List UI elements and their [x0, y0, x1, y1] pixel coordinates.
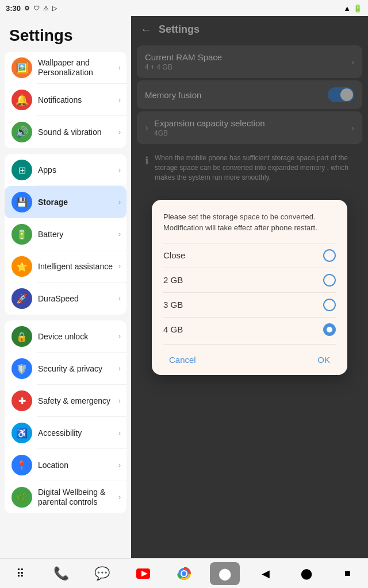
sidebar-item-label: Wallpaper and Personalization — [38, 58, 116, 78]
dialog-option-label: 2 GB — [163, 275, 183, 285]
storage-icon: 💾 — [12, 192, 32, 212]
security-icon: 🛡️ — [12, 358, 32, 379]
shield-icon: 🛡 — [33, 5, 40, 11]
nav-chrome[interactable] — [169, 562, 199, 585]
chevron-right-icon: › — [118, 397, 121, 405]
apps-icon: ⊞ — [12, 160, 32, 180]
nav-phone[interactable]: 📞 — [47, 562, 76, 585]
sidebar-item-label: Location — [38, 461, 116, 470]
dialog: Please set the storage space to be conve… — [152, 200, 347, 375]
sidebar-item-accessibility[interactable]: ♿ Accessibility › — [5, 417, 126, 449]
sidebar-item-location[interactable]: 📍 Location › — [5, 449, 126, 481]
chevron-right-icon: › — [118, 166, 121, 174]
chevron-right-icon: › — [118, 128, 121, 136]
sidebar-group-3: 🔒 Device unlock › 🛡️ Security & privacy … — [5, 320, 126, 513]
chevron-right-icon: › — [118, 198, 121, 206]
dialog-actions: Cancel OK — [163, 344, 336, 375]
sidebar-item-digitalwellbeing[interactable]: 🌿 Digital Wellbeing & parental controls … — [5, 481, 126, 513]
sidebar-item-label: Security & privacy — [38, 364, 116, 374]
chevron-right-icon: › — [118, 461, 121, 469]
sidebar-item-notifications[interactable]: 🔔 Notifications › — [5, 84, 126, 116]
sidebar-item-storage[interactable]: 💾 Storage › — [5, 186, 126, 218]
sidebar-item-label: Accessibility — [38, 428, 116, 438]
main-panel: ← Settings Current RAM Space 4 + 4 GB › … — [131, 16, 368, 558]
chevron-right-icon: › — [118, 230, 121, 238]
battery-icon: 🔋 — [353, 4, 362, 13]
chevron-right-icon: › — [118, 262, 121, 270]
nav-grid[interactable]: ⠿ — [6, 562, 36, 585]
radio-3gb[interactable] — [323, 299, 336, 311]
chevron-right-icon: › — [118, 332, 121, 341]
nav-message[interactable]: 💬 — [87, 562, 117, 585]
sidebar-item-label: DuraSpeed — [38, 294, 116, 304]
dialog-option-label: Close — [163, 250, 185, 260]
sidebar-item-label: Digital Wellbeing & parental controls — [38, 488, 116, 507]
sidebar-item-duraspeed[interactable]: 🚀 DuraSpeed › — [5, 283, 126, 315]
dialog-overlay: Please set the storage space to be conve… — [131, 16, 368, 558]
sidebar-item-label: Storage — [38, 198, 116, 207]
nav-camera[interactable]: ⬤ — [210, 562, 240, 585]
chevron-right-icon: › — [118, 295, 121, 303]
dialog-message: Please set the storage space to be conve… — [163, 211, 336, 234]
battery-menu-icon: 🔋 — [12, 224, 32, 245]
deviceunlock-icon: 🔒 — [12, 326, 32, 347]
play-icon: ▷ — [52, 5, 57, 12]
radio-2gb[interactable] — [323, 274, 336, 287]
sidebar: Settings 🖼️ Wallpaper and Personalizatio… — [0, 16, 131, 558]
sidebar-item-label: Apps — [38, 165, 116, 175]
chevron-right-icon: › — [118, 64, 121, 72]
radio-close[interactable] — [323, 249, 336, 262]
notifications-icon: 🔔 — [12, 90, 32, 110]
svg-point-4 — [182, 571, 186, 576]
dialog-option-2gb[interactable]: 2 GB — [163, 268, 336, 292]
sidebar-item-security[interactable]: 🛡️ Security & privacy › — [5, 353, 126, 385]
digitalwellbeing-icon: 🌿 — [12, 487, 32, 508]
duraspeed-icon: 🚀 — [12, 288, 32, 309]
sidebar-item-safety[interactable]: ✚ Safety & emergency › — [5, 385, 126, 417]
sidebar-item-apps[interactable]: ⊞ Apps › — [5, 154, 126, 186]
sidebar-item-label: Sound & vibration — [38, 127, 116, 137]
nav-youtube[interactable] — [128, 562, 158, 585]
dialog-option-close[interactable]: Close — [163, 243, 336, 268]
chevron-right-icon: › — [118, 493, 121, 501]
alert-icon: ⚠ — [43, 5, 49, 12]
sidebar-item-deviceunlock[interactable]: 🔒 Device unlock › — [5, 320, 126, 353]
safety-icon: ✚ — [12, 390, 32, 411]
sidebar-item-label: Device unlock — [38, 332, 116, 342]
sidebar-item-label: Battery — [38, 230, 116, 239]
wifi-icon: ▲ — [343, 4, 351, 13]
nav-recents[interactable]: ■ — [332, 562, 362, 585]
wallpaper-icon: 🖼️ — [12, 57, 32, 78]
sidebar-item-sound[interactable]: 🔊 Sound & vibration › — [5, 116, 126, 148]
status-time: 3:30 — [6, 4, 21, 13]
bottom-nav: ⠿ 📞 💬 ⬤ ◀ ⬤ ■ — [0, 558, 368, 588]
dialog-option-4gb[interactable]: 4 GB — [163, 317, 336, 342]
sidebar-item-intelligent[interactable]: ⭐ Intelligent assistance › — [5, 250, 126, 283]
sound-icon: 🔊 — [12, 122, 32, 142]
location-icon: 📍 — [12, 455, 32, 475]
sidebar-group-2: ⊞ Apps › 💾 Storage › 🔋 Battery › ⭐ Intel… — [5, 154, 126, 315]
chevron-right-icon: › — [118, 429, 121, 437]
chevron-right-icon: › — [118, 96, 121, 104]
gear-icon: ⚙ — [24, 5, 30, 12]
accessibility-icon: ♿ — [12, 423, 32, 443]
sidebar-item-label: Intelligent assistance — [38, 262, 116, 272]
cancel-button[interactable]: Cancel — [163, 353, 202, 367]
sidebar-item-battery[interactable]: 🔋 Battery › — [5, 218, 126, 250]
sidebar-item-label: Safety & emergency — [38, 396, 116, 406]
sidebar-group-1: 🖼️ Wallpaper and Personalization › 🔔 Not… — [5, 52, 126, 148]
ok-button[interactable]: OK — [312, 353, 336, 367]
sidebar-title: Settings — [0, 16, 131, 52]
status-bar: 3:30 ⚙ 🛡 ⚠ ▷ ▲ 🔋 — [0, 0, 368, 16]
sidebar-item-wallpaper[interactable]: 🖼️ Wallpaper and Personalization › — [5, 52, 126, 84]
sidebar-item-label: Notifications — [38, 95, 116, 105]
dialog-option-3gb[interactable]: 3 GB — [163, 292, 336, 317]
nav-home[interactable]: ⬤ — [292, 562, 321, 585]
intelligent-icon: ⭐ — [12, 256, 32, 277]
radio-4gb[interactable] — [323, 323, 336, 336]
chevron-right-icon: › — [118, 365, 121, 373]
dialog-option-label: 4 GB — [163, 324, 183, 334]
nav-back[interactable]: ◀ — [251, 562, 281, 585]
dialog-option-label: 3 GB — [163, 300, 183, 310]
